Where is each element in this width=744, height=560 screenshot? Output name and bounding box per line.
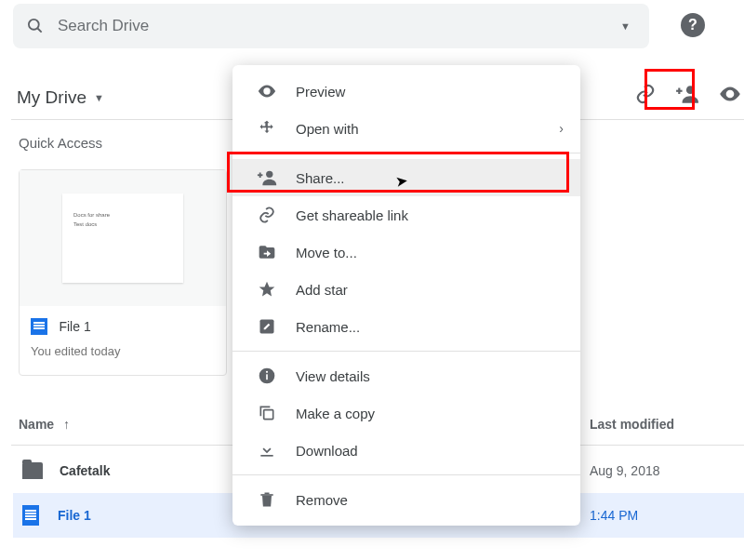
menu-item-rename[interactable]: Rename...: [232, 308, 580, 345]
menu-label: Preview: [296, 84, 345, 100]
card-title: File 1: [59, 319, 90, 334]
cursor-icon: ➤: [394, 171, 409, 191]
card-preview: Docs for share Test docs: [20, 170, 226, 306]
doc-icon: [31, 318, 47, 335]
folder-icon: [22, 462, 43, 479]
move-to-icon: [257, 242, 277, 262]
menu-item-view-details[interactable]: View details: [232, 357, 580, 394]
menu-item-shareable-link[interactable]: Get shareable link: [232, 196, 580, 233]
search-bar[interactable]: Search Drive ▼: [13, 4, 649, 48]
move-arrows-icon: [257, 118, 277, 139]
chevron-right-icon: ›: [559, 121, 564, 136]
svg-point-13: [266, 371, 268, 373]
search-icon: [26, 17, 45, 35]
breadcrumb-dropdown-icon[interactable]: ▼: [94, 92, 104, 103]
menu-item-remove[interactable]: Remove: [232, 481, 580, 518]
menu-label: Get shareable link: [296, 207, 408, 223]
doc-icon: [22, 505, 39, 526]
menu-item-open-with[interactable]: Open with ›: [232, 110, 580, 147]
row-name: File 1: [58, 508, 91, 523]
eye-icon: [257, 81, 277, 101]
menu-item-move-to[interactable]: Move to...: [232, 233, 580, 271]
quick-access-card[interactable]: Docs for share Test docs File 1 You edit…: [19, 169, 227, 376]
card-footer: File 1 You edited today: [20, 306, 226, 358]
search-placeholder: Search Drive: [58, 17, 620, 35]
row-name: Cafetalk: [60, 463, 110, 478]
menu-label: Add star: [296, 282, 348, 298]
svg-point-2: [686, 86, 695, 94]
quick-access-label: Quick Access: [19, 135, 102, 151]
sort-arrow-up-icon: ↑: [63, 417, 70, 432]
thumb-line: Test docs: [73, 220, 174, 229]
download-icon: [257, 440, 277, 460]
menu-divider: [232, 153, 580, 153]
card-subtitle: You edited today: [31, 344, 215, 358]
menu-item-preview[interactable]: Preview: [232, 73, 580, 110]
menu-item-add-star[interactable]: Add star: [232, 271, 580, 308]
column-name-label: Name: [19, 417, 54, 432]
menu-divider: [232, 351, 580, 352]
trash-icon: [257, 489, 277, 510]
copy-icon: [257, 403, 277, 423]
svg-rect-15: [260, 455, 272, 457]
menu-label: Remove: [296, 492, 348, 508]
svg-line-1: [38, 29, 42, 33]
row-modified: 1:44 PM: [590, 508, 638, 523]
add-person-icon[interactable]: [675, 82, 699, 106]
menu-label: Download: [296, 443, 358, 459]
svg-point-6: [265, 89, 269, 93]
menu-label: Make a copy: [296, 406, 375, 421]
svg-rect-14: [264, 410, 273, 420]
rename-icon: [257, 316, 277, 337]
column-name[interactable]: Name ↑: [19, 417, 70, 432]
column-modified[interactable]: Last modified: [590, 417, 674, 432]
star-icon: [257, 279, 277, 300]
svg-rect-9: [259, 173, 261, 179]
svg-point-0: [29, 20, 39, 30]
menu-label: Rename...: [296, 319, 360, 335]
menu-item-download[interactable]: Download: [232, 432, 580, 469]
menu-label: Open with: [296, 121, 359, 137]
card-page-thumbnail: Docs for share Test docs: [62, 193, 183, 283]
breadcrumb-title[interactable]: My Drive: [17, 87, 86, 108]
search-dropdown-icon[interactable]: ▼: [620, 20, 631, 32]
thumb-line: Docs for share: [73, 210, 174, 220]
toolbar-icons: [634, 82, 742, 106]
eye-icon[interactable]: [718, 82, 742, 106]
menu-label: Share...: [296, 170, 345, 186]
menu-label: View details: [296, 368, 370, 384]
help-icon[interactable]: ?: [681, 13, 705, 37]
svg-point-7: [266, 171, 272, 178]
context-menu: Preview Open with › Share... Get shareab…: [232, 65, 580, 526]
row-modified: Aug 9, 2018: [590, 463, 660, 478]
add-person-icon: [257, 167, 277, 188]
svg-rect-4: [678, 88, 680, 95]
menu-label: Move to...: [296, 245, 357, 260]
info-icon: [257, 366, 277, 386]
svg-point-5: [728, 92, 732, 96]
link-icon: [257, 205, 277, 225]
menu-item-make-copy[interactable]: Make a copy: [232, 394, 580, 432]
svg-rect-12: [266, 374, 268, 380]
menu-divider: [232, 474, 580, 475]
link-icon[interactable]: [634, 83, 657, 105]
